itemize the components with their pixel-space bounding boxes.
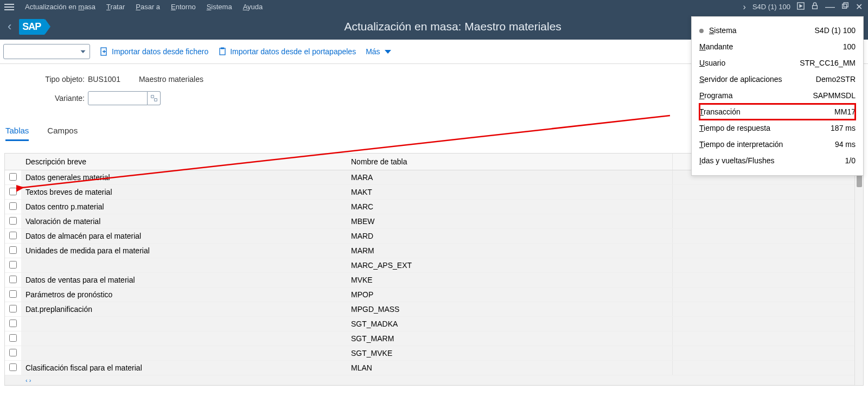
status-label: Idas y vueltas/Flushes — [699, 156, 775, 165]
table-row[interactable]: MARC_APS_EXT — [5, 258, 863, 273]
variant-input[interactable] — [88, 91, 148, 105]
svg-rect-3 — [843, 4, 847, 9]
table-row[interactable]: Dat.preplanificaciónMPGD_MASS — [5, 302, 863, 317]
row-checkbox[interactable] — [9, 246, 17, 254]
row-spacer — [672, 273, 863, 288]
status-value: 187 ms — [831, 124, 856, 132]
col-name-header[interactable]: Nombre de tabla — [347, 154, 672, 170]
row-spacer — [672, 185, 863, 200]
close-icon[interactable]: ✕ — [856, 2, 863, 12]
back-button[interactable]: ‹ — [8, 20, 11, 34]
import-file-label: Importar datos desde fichero — [112, 47, 208, 56]
obj-type-value: BUS1001 — [88, 75, 120, 84]
col-desc-header[interactable]: Descripción breve — [21, 154, 347, 170]
row-name: MLAN — [347, 361, 672, 375]
status-value: MM17 — [834, 107, 856, 116]
tab-tablas[interactable]: Tablas — [5, 123, 29, 141]
menu-pasar-a[interactable]: Pasar a — [130, 3, 165, 11]
menu-tratar[interactable]: Tratar — [101, 3, 130, 11]
row-checkbox[interactable] — [9, 232, 17, 239]
status-label: Servidor de aplicaciones — [699, 75, 782, 84]
table-row[interactable]: Clasificación fiscal para el materialMLA… — [5, 361, 863, 375]
row-name: MPOP — [347, 288, 672, 302]
row-checkbox[interactable] — [9, 202, 17, 210]
row-checkbox[interactable] — [9, 173, 17, 181]
row-name: SGT_MADKA — [347, 317, 672, 331]
hamburger-icon[interactable] — [4, 2, 14, 12]
row-checkbox[interactable] — [9, 334, 17, 342]
status-value: 94 ms — [835, 140, 856, 149]
row-desc — [21, 317, 347, 331]
row-desc: Datos centro p.material — [21, 200, 347, 214]
row-checkbox[interactable] — [9, 349, 17, 356]
select-all-header[interactable] — [5, 154, 21, 170]
menu-entorno[interactable]: Entorno — [165, 3, 201, 11]
menu-mass-update[interactable]: Actualización en masa — [20, 3, 101, 11]
row-checkbox[interactable] — [9, 363, 17, 371]
row-checkbox[interactable] — [9, 261, 17, 269]
new-window-icon[interactable] — [797, 2, 805, 11]
lock-icon[interactable] — [811, 2, 819, 11]
command-field[interactable] — [3, 44, 90, 59]
row-checkbox[interactable] — [9, 320, 17, 327]
row-desc — [21, 258, 347, 273]
menu-sistema[interactable]: Sistema — [201, 3, 238, 11]
table-row[interactable]: Textos breves de materialMAKT — [5, 185, 863, 200]
more-button[interactable]: Más — [366, 47, 392, 56]
row-checkbox[interactable] — [9, 305, 17, 312]
table-row[interactable]: Datos centro p.materialMARC — [5, 200, 863, 214]
import-clipboard-button[interactable]: Importar datos desde el portapapeles — [218, 47, 356, 56]
status-value: 100 — [843, 42, 856, 51]
variant-valuehelp-button[interactable] — [148, 91, 161, 105]
status-row: TransacciónMM17 — [699, 104, 856, 120]
table-row[interactable]: Valoración de materialMBEW — [5, 214, 863, 229]
svg-rect-11 — [154, 99, 157, 101]
tab-campos[interactable]: Campos — [47, 123, 78, 141]
row-name: SGT_MVKE — [347, 346, 672, 361]
status-row: Servidor de aplicacionesDemo2STR — [699, 71, 856, 87]
row-desc: Dat.preplanificación — [21, 302, 347, 317]
status-value: STR_CC16_MM — [800, 59, 856, 67]
row-checkbox[interactable] — [9, 276, 17, 283]
import-file-button[interactable]: Importar datos desde fichero — [100, 47, 208, 56]
table-row[interactable]: Unidades de medida para el materialMARM — [5, 244, 863, 258]
restore-icon[interactable] — [841, 2, 849, 11]
menu-ayuda[interactable]: Ayuda — [238, 3, 269, 11]
row-desc: Parámetros de pronóstico — [21, 288, 347, 302]
table-row[interactable]: SGT_MARM — [5, 331, 863, 346]
row-checkbox[interactable] — [9, 188, 17, 195]
chevron-right-icon[interactable]: › — [743, 2, 746, 12]
status-label: Usuario — [699, 59, 725, 67]
value-help-icon — [151, 95, 157, 101]
hscroll-left[interactable]: ‹ › — [21, 375, 863, 385]
vertical-scrollbar[interactable] — [854, 170, 863, 385]
row-desc: Textos breves de material — [21, 185, 347, 200]
row-name: SGT_MARM — [347, 331, 672, 346]
menubar: Actualización en masa Tratar Pasar a Ent… — [0, 0, 868, 14]
row-name: MARC_APS_EXT — [347, 258, 672, 273]
minimize-icon[interactable]: — — [825, 1, 835, 12]
svg-marker-9 — [385, 50, 391, 54]
row-desc — [21, 346, 347, 361]
row-desc: Datos generales material — [21, 170, 347, 185]
row-name: MARM — [347, 244, 672, 258]
row-checkbox[interactable] — [9, 290, 17, 298]
status-row: Mandante100 — [699, 39, 856, 55]
row-name: MVKE — [347, 273, 672, 288]
status-row: Tiempo de interpretación94 ms — [699, 136, 856, 152]
table-row[interactable]: SGT_MVKE — [5, 346, 863, 361]
table-row[interactable]: Parámetros de pronósticoMPOP — [5, 288, 863, 302]
obj-type-text: Maestro materiales — [139, 75, 203, 84]
chevron-down-icon — [80, 48, 86, 55]
clipboard-import-icon — [218, 47, 227, 56]
table-row[interactable]: Datos de ventas para el materialMVKE — [5, 273, 863, 288]
row-name: MARC — [347, 200, 672, 214]
status-value: SAPMMSDL — [813, 91, 856, 100]
row-spacer — [672, 214, 863, 229]
table-row[interactable]: Datos de almacén para el materialMARD — [5, 229, 863, 244]
row-checkbox[interactable] — [9, 217, 17, 225]
svg-marker-5 — [81, 50, 86, 53]
row-name: MAKT — [347, 185, 672, 200]
more-label: Más — [366, 47, 380, 56]
table-row[interactable]: SGT_MADKA — [5, 317, 863, 331]
